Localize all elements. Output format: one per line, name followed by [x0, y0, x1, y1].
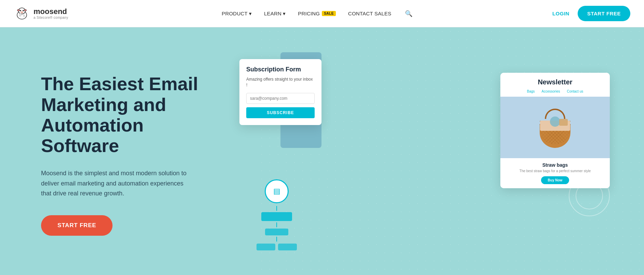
logo-icon: [14, 5, 30, 22]
navbar: moosend a Sitecore® company PRODUCT ▾ LE…: [0, 0, 644, 27]
search-icon[interactable]: 🔍: [405, 10, 412, 17]
flow-box-2: [265, 229, 288, 235]
nav-links: PRODUCT ▾ LEARN ▾ PRICING SALE CONTACT S…: [222, 10, 412, 17]
newsletter-nav: Bags Accessories Contact us: [507, 90, 603, 93]
hero-description: Moosend is the simplest and most modern …: [41, 168, 192, 199]
flow-circle-icon: ▤: [265, 179, 289, 203]
login-button[interactable]: LOGIN: [552, 11, 569, 16]
logo[interactable]: moosend a Sitecore® company: [14, 5, 68, 22]
hero-cta-button[interactable]: START FREE: [41, 215, 113, 236]
newsletter-footer: Straw bags The best straw bags for a per…: [500, 158, 610, 188]
subscription-email-input[interactable]: [246, 93, 315, 104]
newsletter-product-desc: The best straw bags for a perfect summer…: [506, 169, 604, 173]
nav-product[interactable]: PRODUCT ▾: [222, 11, 252, 17]
svg-point-10: [21, 12, 22, 13]
svg-point-5: [20, 10, 21, 11]
subscription-form-title: Subscription Form: [246, 66, 315, 73]
newsletter-buy-button[interactable]: Buy Now: [541, 176, 569, 184]
svg-point-3: [17, 9, 20, 11]
sale-badge: SALE: [322, 11, 336, 16]
svg-point-6: [23, 10, 24, 11]
flow-box-1: [261, 212, 292, 221]
nav-learn[interactable]: LEARN ▾: [264, 11, 286, 17]
hero-title: The Easiest Email Marketing and Automati…: [41, 73, 219, 156]
newsletter-card: Newsletter Bags Accessories Contact us: [500, 73, 610, 188]
nav-right: LOGIN START FREE: [552, 6, 630, 21]
subscribe-button[interactable]: SUBSCRIBE: [246, 107, 315, 118]
newsletter-nav-accessories[interactable]: Accessories: [542, 90, 560, 93]
svg-point-11: [22, 12, 23, 13]
flow-connector-3: [276, 237, 277, 242]
logo-name: moosend: [34, 8, 68, 16]
start-free-button[interactable]: START FREE: [578, 6, 630, 21]
logo-subtitle: a Sitecore® company: [34, 16, 68, 19]
nav-contact-sales[interactable]: CONTACT SALES: [348, 11, 391, 16]
hero-left: The Easiest Email Marketing and Automati…: [41, 73, 219, 236]
newsletter-product-title: Straw bags: [506, 162, 604, 168]
flow-connector-1: [276, 206, 277, 211]
basket-illustration: [535, 104, 576, 151]
svg-point-13: [23, 14, 25, 17]
automation-flow: ▤: [257, 179, 297, 250]
product-dropdown-icon: ▾: [249, 11, 252, 17]
logo-text: moosend a Sitecore® company: [34, 8, 68, 19]
svg-point-4: [24, 9, 27, 11]
flow-box-pair: [257, 244, 297, 250]
hero-section: The Easiest Email Marketing and Automati…: [0, 27, 644, 275]
newsletter-header: Newsletter Bags Accessories Contact us: [500, 73, 610, 97]
basket-item-1: [550, 116, 560, 127]
basket-item-2: [559, 119, 568, 126]
subscription-form-description: Amazing offers straight to your inbox !: [246, 77, 315, 88]
newsletter-title: Newsletter: [507, 78, 603, 86]
subscription-form-card: Subscription Form Amazing offers straigh…: [239, 59, 321, 125]
flow-box-left: [257, 244, 275, 250]
svg-point-12: [19, 13, 22, 17]
svg-point-9: [21, 11, 23, 13]
flow-connector-2: [276, 222, 277, 227]
newsletter-nav-bags[interactable]: Bags: [527, 90, 535, 93]
hero-visuals: Subscription Form Amazing offers straigh…: [219, 52, 617, 257]
newsletter-nav-contact[interactable]: Contact us: [567, 90, 583, 93]
flow-box-right: [278, 244, 297, 250]
svg-point-8: [23, 10, 24, 10]
nav-pricing[interactable]: PRICING SALE: [298, 11, 336, 16]
newsletter-product-image: [500, 97, 610, 158]
learn-dropdown-icon: ▾: [283, 11, 286, 17]
form-icon: ▤: [273, 187, 280, 196]
svg-point-7: [21, 10, 21, 10]
nav-center: PRODUCT ▾ LEARN ▾ PRICING SALE CONTACT S…: [208, 10, 412, 17]
